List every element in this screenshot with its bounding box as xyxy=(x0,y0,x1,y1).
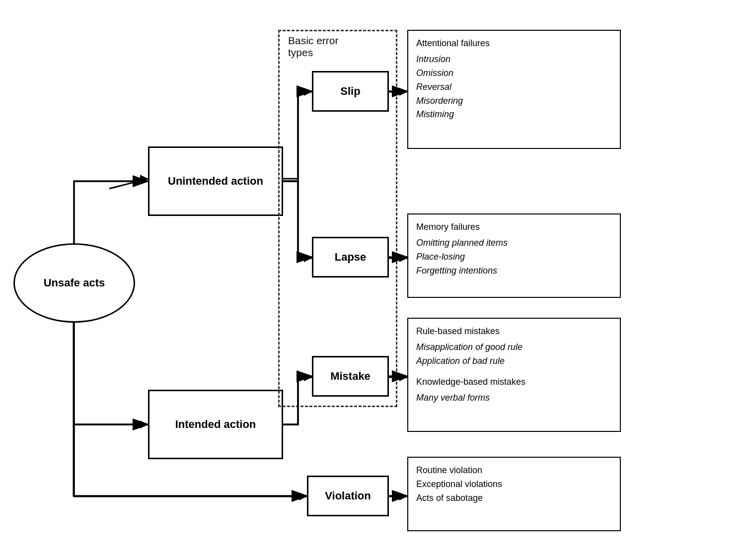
mistake-info-item3: Many verbal forms xyxy=(416,391,612,405)
violation-info-item1: Routine violation xyxy=(416,464,612,478)
svg-marker-28 xyxy=(399,492,407,500)
slip-node: Slip xyxy=(312,71,389,112)
lapse-info-item3: Forgetting intentions xyxy=(416,264,612,278)
slip-info-item2: Omission xyxy=(416,67,612,80)
slip-info-item5: Mistiming xyxy=(416,108,612,122)
svg-marker-8 xyxy=(299,492,307,500)
svg-marker-1 xyxy=(140,175,148,183)
slip-info-box: Attentional failures Intrusion Omission … xyxy=(407,30,621,149)
lapse-info-box: Memory failures Omitting planned items P… xyxy=(407,213,621,298)
svg-marker-20 xyxy=(304,373,312,381)
svg-marker-22 xyxy=(399,88,407,96)
violation-info-item2: Exceptional violations xyxy=(416,478,612,491)
lapse-info-item2: Place-losing xyxy=(416,250,612,264)
svg-marker-12 xyxy=(304,88,312,96)
svg-marker-24 xyxy=(399,254,407,262)
mistake-info-item2: Application of bad rule xyxy=(416,354,612,368)
intended-action-node: Intended action xyxy=(148,390,283,459)
diagram: Unsafe acts Unintended action Intended a… xyxy=(0,0,745,560)
mistake-node: Mistake xyxy=(312,356,389,397)
lapse-node: Lapse xyxy=(312,237,389,278)
violation-info-item3: Acts of sabotage xyxy=(416,491,612,505)
lapse-info-title: Memory failures xyxy=(416,220,612,234)
svg-marker-26 xyxy=(399,373,407,381)
mistake-info-title1: Rule-based mistakes xyxy=(416,325,612,339)
mistake-info-title2: Knowledge-based mistakes xyxy=(416,375,612,389)
slip-info-item4: Misordering xyxy=(416,94,612,108)
unsafe-acts-node: Unsafe acts xyxy=(13,243,135,323)
slip-info-title: Attentional failures xyxy=(416,37,612,51)
slip-info-item3: Reversal xyxy=(416,80,612,94)
mistake-info-item1: Misapplication of good rule xyxy=(416,341,612,354)
svg-marker-5 xyxy=(140,420,148,428)
svg-marker-16 xyxy=(304,254,312,262)
violation-node: Violation xyxy=(307,476,389,516)
basic-error-types-label: Basic error types xyxy=(288,35,339,59)
unintended-action-node: Unintended action xyxy=(148,146,283,216)
violation-info-box: Routine violation Exceptional violations… xyxy=(407,457,621,531)
mistake-info-box: Rule-based mistakes Misapplication of go… xyxy=(407,318,621,432)
lapse-info-item1: Omitting planned items xyxy=(416,236,612,250)
slip-info-item1: Intrusion xyxy=(416,53,612,67)
